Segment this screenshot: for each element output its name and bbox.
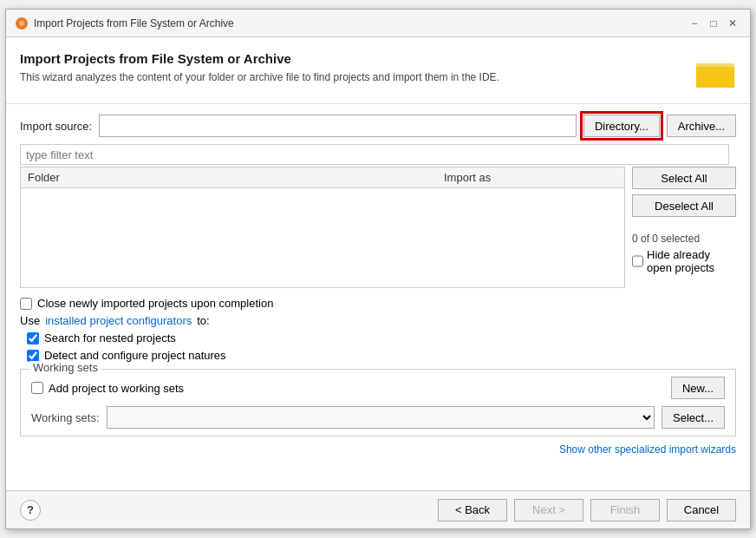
dialog-header: Import Projects from File System or Arch…: [6, 37, 750, 104]
import-source-input[interactable]: [99, 115, 577, 137]
title-bar-controls: − □ ✕: [686, 15, 741, 32]
filter-row: [20, 144, 736, 165]
archive-button[interactable]: Archive...: [667, 115, 736, 137]
table-body: [21, 188, 624, 195]
title-bar-text: Import Projects from File System or Arch…: [34, 17, 234, 30]
add-to-working-sets-checkbox[interactable]: [31, 382, 43, 394]
select-all-button[interactable]: Select All: [632, 167, 736, 189]
hide-open-label: Hide already open projects: [647, 248, 736, 274]
dialog-footer: ? < Back Next > Finish Cancel: [6, 490, 750, 528]
svg-rect-3: [696, 63, 714, 67]
search-nested-checkbox[interactable]: [27, 332, 39, 344]
working-sets-combo[interactable]: [107, 406, 655, 429]
hide-open-checkbox[interactable]: [632, 255, 643, 267]
working-sets-input-row: Working sets: Select...: [31, 406, 725, 429]
next-button[interactable]: Next >: [514, 499, 583, 522]
footer-buttons: < Back Next > Finish Cancel: [438, 499, 736, 522]
show-import-wizards-link[interactable]: Show other specialized import wizards: [559, 443, 736, 456]
search-nested-label: Search for nested projects: [44, 331, 176, 344]
show-import-wizards-row: Show other specialized import wizards: [20, 443, 736, 456]
detect-natures-checkbox[interactable]: [27, 350, 39, 362]
filter-table-section: Folder Import as Select All Deselect All…: [20, 144, 736, 288]
cancel-button[interactable]: Cancel: [667, 499, 736, 522]
close-button[interactable]: ✕: [724, 15, 741, 32]
filter-input[interactable]: [20, 144, 729, 165]
add-to-working-sets-label: Add project to working sets: [49, 382, 184, 395]
directory-button[interactable]: Directory...: [583, 115, 660, 137]
working-sets-legend: Working sets: [29, 361, 101, 374]
search-nested-row: Search for nested projects: [27, 331, 736, 344]
close-on-completion-row: Close newly imported projects upon compl…: [20, 297, 736, 310]
table-header: Folder Import as: [21, 167, 624, 188]
options-section: Close newly imported projects upon compl…: [20, 297, 736, 362]
col-folder-header: Folder: [28, 171, 444, 184]
dialog-header-text: Import Projects from File System or Arch…: [20, 51, 499, 83]
use-text2: to:: [197, 314, 209, 327]
project-table: Folder Import as: [20, 167, 625, 288]
dialog-description: This wizard analyzes the content of your…: [20, 71, 499, 83]
installed-configurators-link[interactable]: installed project configurators: [45, 314, 192, 327]
detect-natures-row: Detect and configure project natures: [27, 349, 736, 362]
import-source-row: Import source: Directory... Archive...: [20, 115, 736, 137]
dialog-body: Import source: Directory... Archive... F…: [6, 104, 750, 490]
import-source-label: Import source:: [20, 120, 92, 133]
app-icon: [15, 16, 29, 30]
finish-button[interactable]: Finish: [590, 499, 660, 522]
new-working-set-button[interactable]: New...: [671, 377, 725, 399]
back-button[interactable]: < Back: [438, 499, 507, 522]
maximize-button[interactable]: □: [705, 15, 722, 32]
header-folder-icon: [694, 51, 736, 93]
working-sets-group: Working sets Add project to working sets…: [20, 369, 736, 436]
dialog-title: Import Projects from File System or Arch…: [20, 51, 499, 66]
detect-natures-label: Detect and configure project natures: [44, 349, 226, 362]
help-button[interactable]: ?: [20, 500, 41, 521]
add-to-working-sets-row: Add project to working sets: [31, 382, 184, 395]
working-sets-add-row: Add project to working sets New...: [31, 377, 725, 399]
dialog-window: Import Projects from File System or Arch…: [5, 9, 751, 529]
hide-open-row: Hide already open projects: [632, 248, 736, 274]
select-working-set-button[interactable]: Select...: [662, 406, 725, 429]
selection-info: 0 of 0 selected: [632, 233, 736, 245]
table-and-buttons: Folder Import as Select All Deselect All…: [20, 167, 736, 288]
col-import-header: Import as: [444, 171, 617, 184]
use-configurators-row: Use installed project configurators to:: [20, 314, 736, 327]
close-on-completion-checkbox[interactable]: [20, 298, 32, 310]
minimize-button[interactable]: −: [686, 15, 703, 32]
side-buttons: Select All Deselect All 0 of 0 selected …: [632, 167, 736, 288]
close-on-completion-label: Close newly imported projects upon compl…: [37, 297, 273, 310]
working-sets-label: Working sets:: [31, 411, 100, 424]
use-text: Use: [20, 314, 40, 327]
deselect-all-button[interactable]: Deselect All: [632, 194, 736, 217]
title-bar: Import Projects from File System or Arch…: [6, 10, 750, 37]
title-bar-left: Import Projects from File System or Arch…: [15, 16, 234, 30]
selection-info-container: 0 of 0 selected Hide already open projec…: [632, 229, 736, 274]
